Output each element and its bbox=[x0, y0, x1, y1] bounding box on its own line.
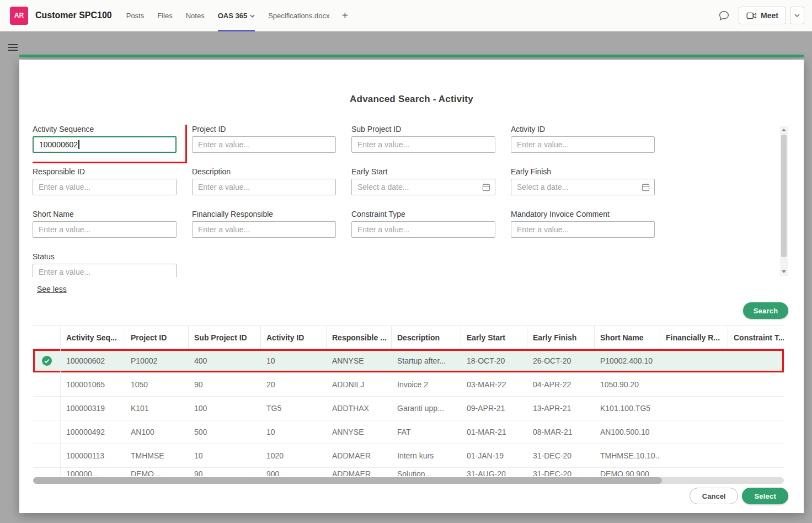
see-less-link[interactable]: See less bbox=[37, 285, 67, 293]
column-header-activity-id[interactable]: Activity ID bbox=[261, 326, 327, 349]
responsible-id-input[interactable]: Enter a value... bbox=[33, 179, 177, 195]
field-sub-project-id: Sub Project IDEnter a value... bbox=[351, 125, 495, 167]
field-label: Responsible ID bbox=[33, 167, 177, 176]
tab-files[interactable]: Files bbox=[157, 0, 172, 31]
app-content-background: Advanced Search - Activity Activity Sequ… bbox=[0, 31, 812, 523]
cell-sub-project-id: 90 bbox=[189, 468, 261, 476]
cell-description: Intern kurs bbox=[392, 444, 461, 467]
financially-responsible-input[interactable]: Enter a value... bbox=[192, 221, 336, 238]
row-selected-check-icon[interactable] bbox=[33, 349, 61, 372]
meet-options-chevron[interactable] bbox=[790, 7, 804, 24]
hamburger-menu-icon[interactable] bbox=[8, 44, 18, 52]
column-header-short-name[interactable]: Short Name bbox=[595, 326, 660, 349]
tab-specifications-docx[interactable]: Specifications.docx bbox=[268, 0, 329, 31]
column-header-project-id[interactable]: Project ID bbox=[125, 326, 189, 349]
column-header-sub-project-id[interactable]: Sub Project ID bbox=[189, 326, 261, 349]
cell-constraint-t bbox=[728, 420, 784, 444]
tab-posts[interactable]: Posts bbox=[126, 0, 145, 31]
scroll-up-arrow[interactable] bbox=[782, 129, 786, 131]
meet-button[interactable]: Meet bbox=[739, 7, 786, 24]
early-finish-input[interactable]: Select a date... bbox=[511, 179, 655, 195]
select-button[interactable]: Select bbox=[742, 488, 788, 504]
row-select-cell[interactable] bbox=[33, 444, 61, 467]
field-status: StatusEnter a value... bbox=[33, 252, 177, 277]
field-label: Status bbox=[33, 252, 177, 261]
column-header-responsible[interactable]: Responsible ... bbox=[327, 326, 392, 349]
row-select-cell[interactable] bbox=[33, 373, 61, 396]
cell-activity-seq: 100000602 bbox=[61, 349, 125, 372]
column-header-constraint-t[interactable]: Constraint T... bbox=[728, 326, 784, 349]
sub-project-id-input[interactable]: Enter a value... bbox=[351, 136, 495, 153]
column-header-financially-r[interactable]: Financially R... bbox=[660, 326, 728, 349]
field-label: Sub Project ID bbox=[351, 125, 495, 134]
tab-notes[interactable]: Notes bbox=[186, 0, 205, 31]
calendar-icon[interactable] bbox=[482, 183, 490, 191]
description-input[interactable]: Enter a value... bbox=[192, 179, 336, 195]
cell-sub-project-id: 90 bbox=[189, 373, 261, 396]
input-placeholder: Select a date... bbox=[517, 183, 568, 191]
status-input[interactable]: Enter a value... bbox=[33, 264, 177, 277]
activity-id-input[interactable]: Enter a value... bbox=[511, 136, 655, 153]
early-start-input[interactable]: Select a date... bbox=[351, 179, 495, 195]
cell-early-finish: 08-MAR-21 bbox=[527, 420, 595, 444]
activity-sequence-input[interactable]: 100000602 bbox=[33, 136, 177, 153]
column-header-activity-seq[interactable]: Activity Seq... bbox=[61, 326, 125, 349]
cell-early-finish: 26-OCT-20 bbox=[527, 349, 595, 372]
chat-icon[interactable] bbox=[716, 8, 732, 24]
field-label: Activity ID bbox=[511, 125, 655, 134]
input-placeholder: Enter a value... bbox=[198, 225, 250, 234]
horizontal-scroll-thumb[interactable] bbox=[33, 477, 662, 484]
cancel-button[interactable]: Cancel bbox=[690, 488, 739, 504]
cell-constraint-t bbox=[728, 349, 784, 372]
row-select-cell[interactable] bbox=[33, 468, 61, 476]
form-vertical-scrollbar[interactable] bbox=[780, 126, 788, 276]
tab-label: Posts bbox=[126, 12, 145, 20]
tab-oas-365[interactable]: OAS 365 bbox=[218, 0, 255, 31]
column-header-description[interactable]: Description bbox=[392, 326, 461, 349]
table-horizontal-scrollbar[interactable] bbox=[33, 477, 784, 484]
cell-description: Invoice 2 bbox=[392, 373, 461, 396]
short-name-input[interactable]: Enter a value... bbox=[33, 221, 177, 238]
field-short-name: Short NameEnter a value... bbox=[33, 210, 177, 252]
cell-activity-seq: 100000319 bbox=[61, 397, 125, 420]
cell-activity-seq: 100000113 bbox=[61, 444, 125, 467]
vertical-scroll-thumb[interactable] bbox=[781, 135, 787, 257]
tab-label: Specifications.docx bbox=[268, 12, 329, 20]
cell-early-start: 01-JAN-19 bbox=[461, 444, 527, 467]
cell-early-start: 03-MAR-22 bbox=[461, 373, 527, 396]
field-label: Description bbox=[192, 167, 336, 176]
table-row[interactable]: 100000...DEMO...90900ADDMAERSolution...3… bbox=[33, 468, 784, 476]
cell-description: Solution... bbox=[392, 468, 461, 476]
calendar-icon[interactable] bbox=[642, 183, 650, 191]
cell-short-name: 1050.90.20 bbox=[595, 373, 660, 396]
table-row[interactable]: 100000492AN10050010ANNYSEFAT01-MAR-2108-… bbox=[33, 420, 784, 444]
cell-activity-seq: 100000492 bbox=[61, 420, 125, 444]
tab-label: Notes bbox=[186, 12, 205, 20]
cell-project-id: P10002 bbox=[125, 349, 189, 372]
column-header-early-start[interactable]: Early Start bbox=[461, 326, 527, 349]
search-button[interactable]: Search bbox=[743, 302, 788, 319]
scroll-down-arrow[interactable] bbox=[782, 270, 786, 273]
project-id-input[interactable]: Enter a value... bbox=[192, 136, 336, 153]
table-row[interactable]: 100000113TMHMSE101020ADDMAERIntern kurs0… bbox=[33, 444, 784, 468]
row-select-cell[interactable] bbox=[33, 420, 61, 444]
field-early-start: Early StartSelect a date... bbox=[351, 167, 495, 210]
add-tab-button[interactable]: + bbox=[341, 9, 348, 22]
table-row[interactable]: 100000602P1000240010ANNYSEStartup after.… bbox=[33, 349, 784, 373]
cell-financially-r bbox=[660, 444, 728, 467]
team-avatar[interactable]: AR bbox=[10, 7, 28, 25]
camera-icon bbox=[746, 12, 757, 19]
cell-early-start: 31-AUG-20 bbox=[461, 468, 527, 476]
table-row[interactable]: 100000319K101100TG5ADDTHAXGaranti upp...… bbox=[33, 397, 784, 420]
cell-project-id: TMHMSE bbox=[125, 444, 189, 467]
mandatory-invoice-comment-input[interactable]: Enter a value... bbox=[511, 221, 655, 238]
row-select-cell[interactable] bbox=[33, 397, 61, 420]
constraint-type-input[interactable]: Enter a value... bbox=[351, 221, 495, 238]
field-responsible-id: Responsible IDEnter a value... bbox=[33, 167, 177, 210]
cell-activity-id: 10 bbox=[261, 420, 327, 444]
cell-responsible: ANNYSE bbox=[327, 420, 392, 444]
column-header-early-finish[interactable]: Early Finish bbox=[527, 326, 595, 349]
table-body: 100000602P1000240010ANNYSEStartup after.… bbox=[33, 349, 784, 476]
table-row[interactable]: 10000106510509020ADDNILJInvoice 203-MAR-… bbox=[33, 373, 784, 397]
cell-early-finish: 31-DEC-20 bbox=[527, 468, 595, 476]
